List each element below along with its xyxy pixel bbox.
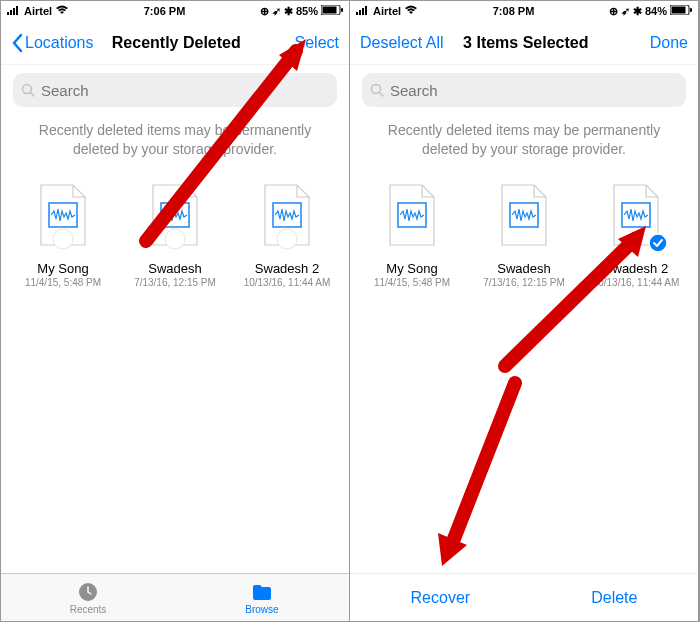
file-date: 11/4/15, 5:48 PM	[25, 277, 101, 288]
nav-bar: Locations Recently Deleted Select	[1, 21, 349, 65]
svg-rect-22	[690, 8, 692, 12]
search-input[interactable]	[390, 82, 678, 99]
svg-rect-3	[16, 6, 18, 15]
done-button[interactable]: Done	[608, 34, 688, 52]
audio-file-icon	[253, 181, 321, 255]
chevron-left-icon	[11, 33, 23, 53]
tab-label: Browse	[245, 604, 278, 615]
file-date: 11/4/15, 5:48 PM	[374, 277, 450, 288]
status-bar: Airtel 7:06 PM ⊕ ➶ ✱ 85%	[1, 1, 349, 21]
svg-point-14	[277, 229, 297, 249]
audio-file-icon	[29, 181, 97, 255]
search-bar[interactable]	[362, 73, 686, 107]
tab-bar: Recents Browse	[1, 573, 349, 621]
clock-icon	[76, 581, 100, 603]
bluetooth-icon: ✱	[284, 5, 293, 18]
battery-icon	[321, 5, 343, 17]
files-grid: My Song 11/4/15, 5:48 PM Swadesh 7/13/16…	[1, 173, 349, 296]
file-item[interactable]: Swadesh 2 10/13/16, 11:44 AM	[584, 181, 688, 288]
svg-rect-6	[341, 8, 343, 12]
svg-rect-5	[322, 7, 336, 14]
signal-icon	[7, 5, 21, 17]
files-grid: My Song 11/4/15, 5:48 PM Swadesh 7/13/16…	[350, 173, 698, 296]
audio-file-icon	[141, 181, 209, 255]
svg-rect-0	[7, 12, 9, 15]
svg-rect-16	[356, 12, 358, 15]
svg-rect-19	[365, 6, 367, 15]
phone-right: Airtel 7:08 PM ⊕ ➶ ✱ 84% Deselect All 3 …	[350, 1, 699, 621]
back-button[interactable]: Locations	[11, 33, 94, 53]
orientation-lock-icon: ⊕	[260, 5, 269, 18]
delete-button[interactable]: Delete	[571, 581, 657, 615]
file-name: Swadesh 2	[604, 261, 668, 276]
wifi-icon	[55, 5, 69, 17]
svg-point-12	[165, 229, 185, 249]
file-item[interactable]: Swadesh 7/13/16, 12:15 PM	[472, 181, 576, 288]
tab-browse[interactable]: Browse	[175, 574, 349, 621]
file-name: My Song	[386, 261, 437, 276]
carrier-label: Airtel	[24, 5, 52, 17]
svg-rect-18	[362, 8, 364, 15]
svg-rect-17	[359, 10, 361, 15]
audio-file-icon	[378, 181, 446, 255]
file-name: My Song	[37, 261, 88, 276]
signal-icon	[356, 5, 370, 17]
svg-rect-21	[671, 7, 685, 14]
status-bar: Airtel 7:08 PM ⊕ ➶ ✱ 84%	[350, 1, 698, 21]
svg-line-24	[380, 93, 384, 97]
svg-point-28	[649, 234, 667, 252]
recover-button[interactable]: Recover	[391, 581, 491, 615]
tab-recents[interactable]: Recents	[1, 574, 175, 621]
svg-rect-2	[13, 8, 15, 15]
clock: 7:08 PM	[493, 5, 535, 17]
orientation-lock-icon: ⊕	[609, 5, 618, 18]
file-item[interactable]: My Song 11/4/15, 5:48 PM	[360, 181, 464, 288]
search-input[interactable]	[41, 82, 329, 99]
location-icon: ➶	[621, 5, 630, 18]
battery-percent: 84%	[645, 5, 667, 17]
file-item[interactable]: Swadesh 2 10/13/16, 11:44 AM	[235, 181, 339, 288]
file-item[interactable]: My Song 11/4/15, 5:48 PM	[11, 181, 115, 288]
back-label: Locations	[25, 34, 94, 52]
bluetooth-icon: ✱	[633, 5, 642, 18]
file-name: Swadesh 2	[255, 261, 319, 276]
file-name: Swadesh	[497, 261, 550, 276]
svg-rect-1	[10, 10, 12, 15]
file-date: 10/13/16, 11:44 AM	[244, 277, 331, 288]
svg-point-10	[53, 229, 73, 249]
battery-percent: 85%	[296, 5, 318, 17]
nav-bar: Deselect All 3 Items Selected Done	[350, 21, 698, 65]
carrier-label: Airtel	[373, 5, 401, 17]
battery-icon	[670, 5, 692, 17]
bottom-action-bar: Recover Delete	[350, 573, 698, 621]
page-title: 3 Items Selected	[444, 34, 608, 52]
folder-icon	[250, 581, 274, 603]
file-date: 7/13/16, 12:15 PM	[134, 277, 216, 288]
location-icon: ➶	[272, 5, 281, 18]
search-icon	[370, 83, 384, 97]
page-title: Recently Deleted	[94, 34, 260, 52]
checkmark-badge-icon	[648, 233, 668, 253]
select-button[interactable]: Select	[259, 34, 339, 52]
tab-label: Recents	[70, 604, 107, 615]
clock: 7:06 PM	[144, 5, 186, 17]
info-text: Recently deleted items may be permanentl…	[350, 115, 698, 173]
info-text: Recently deleted items may be permanentl…	[1, 115, 349, 173]
audio-file-icon	[490, 181, 558, 255]
svg-line-8	[31, 93, 35, 97]
search-icon	[21, 83, 35, 97]
phone-left: Airtel 7:06 PM ⊕ ➶ ✱ 85% Locations Recen…	[1, 1, 350, 621]
file-item[interactable]: Swadesh 7/13/16, 12:15 PM	[123, 181, 227, 288]
wifi-icon	[404, 5, 418, 17]
file-date: 10/13/16, 11:44 AM	[593, 277, 680, 288]
search-bar[interactable]	[13, 73, 337, 107]
file-name: Swadesh	[148, 261, 201, 276]
deselect-all-button[interactable]: Deselect All	[360, 34, 444, 52]
file-date: 7/13/16, 12:15 PM	[483, 277, 565, 288]
